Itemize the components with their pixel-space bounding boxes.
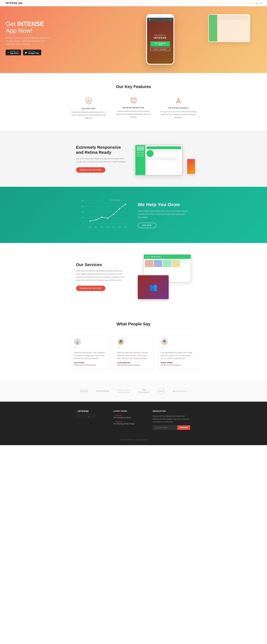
feature-secure-title: SECURE DATA bbox=[70, 108, 107, 110]
feature-rating-title: TOP RATING PRODUCT bbox=[160, 107, 197, 109]
feature-network-desc: Network Workflow feature will help to bu… bbox=[115, 110, 152, 118]
services-title: Our Services bbox=[76, 262, 127, 267]
service-thumb-4 bbox=[172, 260, 180, 267]
svg-point-1 bbox=[88, 101, 89, 102]
tablet-bar-3 bbox=[218, 19, 248, 20]
footer-googleplus-icon[interactable]: g+ bbox=[87, 414, 91, 418]
appstore-badge[interactable]:  Available on the App Store bbox=[5, 50, 21, 55]
svg-point-34 bbox=[113, 214, 114, 215]
services-right: Single Project 👥 bbox=[135, 254, 191, 299]
news-arrow-icon-2: → bbox=[113, 421, 115, 422]
grow-chart: 200 150 100 50 0 2010 2011 2012 2013 201… bbox=[79, 198, 129, 232]
svg-rect-6 bbox=[132, 99, 133, 100]
service-thumb-1 bbox=[145, 260, 153, 267]
footer-brand: INTENSE f t g+ in bbox=[77, 410, 105, 430]
responsive-section: Extremely Responsive and Retina Ready Du… bbox=[0, 130, 267, 187]
svg-point-33 bbox=[107, 218, 108, 219]
apple-icon:  bbox=[8, 51, 9, 54]
footer-news-item-1: → 09/04/2015 Let's Change the World bbox=[113, 415, 144, 418]
social-twitter[interactable]: t bbox=[254, 2, 254, 4]
try-now-button[interactable]: TRY NOW bbox=[138, 223, 156, 228]
hero-right: ☰ 🛒 WELCOME TO INTENSE BUY INTENSE NOW S… bbox=[59, 11, 262, 64]
feature-network-workflow: NETWORK WORKFLOW Network Workflow featur… bbox=[115, 98, 152, 119]
logo-restaurant-text: 🍽 RESTAURANT bbox=[173, 390, 187, 392]
feature-network-title: NETWORK WORKFLOW bbox=[115, 107, 152, 108]
laptop-row-3 bbox=[146, 158, 178, 159]
logo-design: DESIGN bbox=[80, 388, 88, 394]
footer-news-link-1[interactable]: Let's Change the World bbox=[113, 417, 144, 418]
laptop-row-1 bbox=[154, 150, 178, 151]
testimonial-card-1: 👨‍🦳 ❝ This is an amazing app. Once I ins… bbox=[70, 335, 110, 369]
news-arrow-2: → 09/04/2015 bbox=[113, 421, 144, 422]
service-device-dot-1 bbox=[145, 256, 146, 257]
footer-facebook-icon[interactable]: f bbox=[77, 414, 80, 418]
service-photo-overlay: 👥 bbox=[138, 275, 169, 299]
news-arrow-icon-1: → bbox=[113, 415, 115, 416]
tablet-sidebar bbox=[209, 15, 217, 42]
services-download-button[interactable]: DOWNLOAD FOR FREE bbox=[76, 286, 105, 291]
testimonial-role-2: Sales Manager at demomlink.org bbox=[117, 364, 150, 366]
service-device-dot-3 bbox=[149, 256, 149, 257]
logos-section: DESIGN BrandSign Pacific CoastCONSULTING… bbox=[0, 380, 267, 402]
hero-title-intense: INTENSE bbox=[17, 20, 44, 27]
footer-logo-bar bbox=[77, 410, 77, 412]
footer-linkedin-icon[interactable]: in bbox=[92, 414, 96, 418]
testimonials-grid: 👨‍🦳 ❝ This is an amazing app. Once I ins… bbox=[63, 335, 204, 369]
tablet-screen bbox=[209, 15, 250, 42]
responsive-left: Extremely Responsive and Retina Ready Du… bbox=[76, 145, 127, 172]
features-section: Our Key Features SECURE DATA Transfer al… bbox=[0, 73, 267, 130]
svg-text:2013: 2013 bbox=[106, 226, 109, 228]
testimonial-avatar-3: 👨 bbox=[161, 338, 168, 345]
phone-welcome-text: WELCOME TO bbox=[155, 34, 166, 36]
service-device-body bbox=[144, 259, 191, 268]
hero-title: Get INTENSE App Now! bbox=[5, 20, 59, 34]
testimonial-name-3: PHILIP MORE bbox=[161, 362, 193, 364]
social-googleplus[interactable]: g+ bbox=[256, 2, 258, 4]
phone-buy-button[interactable]: BUY INTENSE NOW bbox=[150, 42, 170, 46]
laptop-row-4 bbox=[146, 159, 178, 160]
service-bar-1 bbox=[181, 260, 190, 261]
hero-title-sub: App Now! bbox=[5, 27, 32, 34]
footer-email-input[interactable] bbox=[153, 425, 177, 430]
logo-badge: PRO bbox=[18, 2, 22, 4]
footer-subscribe-button[interactable]: SUBSCRIBE bbox=[177, 425, 190, 430]
laptop-device bbox=[135, 145, 183, 176]
responsive-right bbox=[135, 142, 191, 176]
social-linkedin[interactable]: in bbox=[260, 2, 262, 4]
avatar-1: 👨‍🦳 bbox=[74, 338, 81, 345]
navbar: INTENSE PRO f t g+ in bbox=[0, 0, 267, 6]
svg-text:2016: 2016 bbox=[124, 226, 127, 228]
testimonial-text-1: This is an amazing app. Once I installed… bbox=[74, 351, 106, 360]
logo-brandsign-text: BrandSign bbox=[97, 390, 109, 392]
features-grid: SECURE DATA Transfer all information wit… bbox=[70, 98, 197, 119]
testimonials-section: What People Say 👨‍🦳 ❝ This is an amazing… bbox=[0, 310, 267, 380]
footer-news-date-2: 09/04/2015 bbox=[115, 421, 122, 422]
social-facebook[interactable]: f bbox=[251, 2, 252, 4]
service-text-area bbox=[181, 260, 190, 267]
hero-badges:  Available on the App Store ▶ GET IT ON… bbox=[5, 50, 59, 55]
footer-news-link-2[interactable]: The Meaning of Web Design bbox=[113, 423, 144, 425]
testimonial-role-3: Developer at demomlink.org bbox=[161, 364, 193, 366]
service-thumb-2 bbox=[154, 260, 162, 267]
tablet-mockup bbox=[208, 14, 250, 42]
footer-social: f t g+ in bbox=[77, 414, 105, 418]
testimonials-title: What People Say bbox=[5, 322, 262, 326]
footer-newsletter-col: NEWSLETTER Keep up with our always upcom… bbox=[153, 410, 190, 430]
responsive-download-button[interactable]: DOWNLOAD FOR FREE bbox=[76, 167, 105, 172]
googleplay-text: GET IT ON Google Play bbox=[28, 51, 39, 54]
logo-award: AWARD bbox=[158, 388, 165, 394]
footer-news-item-2: → 09/04/2015 The Meaning of Web Design bbox=[113, 421, 144, 425]
phone-journey-button[interactable]: START A JOURNEY bbox=[150, 48, 170, 51]
service-photo-icon: 👥 bbox=[149, 283, 158, 291]
googleplay-badge[interactable]: ▶ GET IT ON Google Play bbox=[23, 50, 41, 55]
feature-rating-desc: Our app has won numerous awards from lea… bbox=[160, 110, 197, 119]
secure-data-icon bbox=[70, 98, 107, 106]
footer-news-date-1: 09/04/2015 bbox=[115, 415, 122, 416]
tablet-bar-1 bbox=[218, 16, 248, 17]
testimonial-avatar-2: 👩 bbox=[117, 338, 124, 345]
avatar-3: 👨 bbox=[161, 338, 168, 345]
services-section: Our Services While other developers and … bbox=[0, 243, 267, 310]
footer-twitter-icon[interactable]: t bbox=[82, 414, 86, 418]
navbar-social: f t g+ in bbox=[251, 2, 262, 4]
svg-text:2015: 2015 bbox=[118, 226, 121, 228]
